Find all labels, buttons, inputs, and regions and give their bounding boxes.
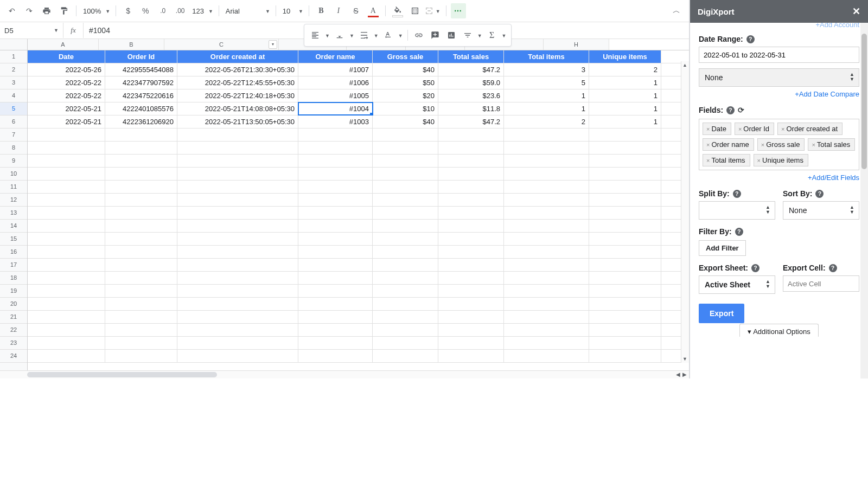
increase-decimal-icon[interactable]: .00: [173, 3, 188, 18]
cell[interactable]: [298, 168, 373, 180]
cell[interactable]: [177, 259, 298, 271]
cell[interactable]: [28, 298, 105, 310]
cell[interactable]: $20: [373, 89, 438, 102]
cell[interactable]: [438, 298, 504, 310]
grid-body[interactable]: 123456789101112131415161718192021222324 …: [0, 50, 689, 370]
cell[interactable]: [28, 129, 105, 141]
cell[interactable]: #1006: [298, 76, 373, 89]
field-chip[interactable]: ×Unique items: [754, 154, 808, 166]
cell[interactable]: [28, 233, 105, 245]
horizontal-scrollbar[interactable]: ◀▶: [0, 370, 689, 378]
cell[interactable]: [504, 194, 589, 206]
column-header-C[interactable]: C▾: [164, 39, 279, 50]
cell[interactable]: [373, 246, 438, 258]
name-box[interactable]: D5 ▼: [0, 23, 63, 38]
cell[interactable]: [589, 259, 661, 271]
cell[interactable]: [589, 155, 661, 167]
cell[interactable]: [105, 207, 177, 219]
cell[interactable]: [177, 168, 298, 180]
insert-comment-icon[interactable]: [427, 28, 443, 43]
cell[interactable]: [438, 350, 504, 362]
cell[interactable]: 2022-05-22: [28, 89, 105, 102]
help-icon[interactable]: ?: [751, 264, 760, 272]
cell[interactable]: [438, 337, 504, 349]
cell[interactable]: [28, 324, 105, 336]
column-header-A[interactable]: A: [28, 39, 99, 50]
percent-icon[interactable]: %: [138, 3, 153, 18]
cell[interactable]: [504, 259, 589, 271]
cell[interactable]: [373, 311, 438, 323]
split-by-select[interactable]: ▲▼: [699, 201, 775, 220]
row-header[interactable]: 15: [0, 233, 27, 246]
cell[interactable]: [177, 155, 298, 167]
cell[interactable]: [438, 324, 504, 336]
cell[interactable]: [589, 337, 661, 349]
cell[interactable]: [28, 207, 105, 219]
cell[interactable]: 2022-05-22: [28, 76, 105, 89]
text-color-icon[interactable]: A: [366, 3, 381, 18]
cell[interactable]: $59.0: [438, 76, 504, 89]
help-icon[interactable]: ?: [829, 264, 837, 272]
cell[interactable]: 2022-05-21T14:08:08+05:30: [177, 102, 298, 115]
header-cell[interactable]: Order Id: [105, 50, 177, 63]
remove-chip-icon[interactable]: ×: [812, 142, 815, 148]
cell[interactable]: [298, 181, 373, 193]
header-cell[interactable]: Date: [28, 50, 105, 63]
cell[interactable]: [589, 168, 661, 180]
font-size-dropdown[interactable]: 10▼: [280, 7, 304, 15]
cell[interactable]: [298, 233, 373, 245]
cell[interactable]: [504, 233, 589, 245]
cell[interactable]: [105, 155, 177, 167]
date-range-input[interactable]: [699, 47, 859, 63]
cell[interactable]: [28, 168, 105, 180]
export-button[interactable]: Export: [699, 304, 744, 323]
cell[interactable]: [504, 350, 589, 362]
row-header[interactable]: 19: [0, 285, 27, 298]
cell[interactable]: [504, 142, 589, 154]
cell[interactable]: [298, 324, 373, 336]
row-header[interactable]: 12: [0, 194, 27, 207]
cell[interactable]: [28, 272, 105, 284]
cell[interactable]: [177, 285, 298, 297]
cell[interactable]: [177, 272, 298, 284]
cell[interactable]: [589, 298, 661, 310]
cell[interactable]: [438, 142, 504, 154]
cell[interactable]: [105, 311, 177, 323]
cell[interactable]: [504, 246, 589, 258]
row-header[interactable]: 3: [0, 76, 27, 89]
cell[interactable]: 1: [589, 102, 661, 115]
cell[interactable]: 2: [589, 63, 661, 76]
cell[interactable]: [589, 311, 661, 323]
cell[interactable]: 4222361206920: [105, 115, 177, 128]
cell[interactable]: [438, 168, 504, 180]
cell[interactable]: [504, 181, 589, 193]
cell[interactable]: [504, 324, 589, 336]
cell[interactable]: [438, 311, 504, 323]
field-chip[interactable]: ×Gross sale: [757, 138, 805, 151]
cell[interactable]: [298, 285, 373, 297]
cell[interactable]: 2022-05-26T21:30:30+05:30: [177, 63, 298, 76]
cell[interactable]: [589, 220, 661, 232]
cell[interactable]: [373, 233, 438, 245]
cell[interactable]: #1003: [298, 115, 373, 128]
cell[interactable]: [177, 233, 298, 245]
remove-chip-icon[interactable]: ×: [738, 126, 742, 132]
cell[interactable]: [105, 233, 177, 245]
cell[interactable]: [177, 129, 298, 141]
cell[interactable]: [589, 324, 661, 336]
add-edit-fields-link[interactable]: +Add/Edit Fields: [699, 174, 859, 182]
cell[interactable]: [373, 181, 438, 193]
cell[interactable]: [177, 298, 298, 310]
remove-chip-icon[interactable]: ×: [757, 157, 761, 164]
row-header[interactable]: 18: [0, 272, 27, 285]
chevron-down-icon[interactable]: ▾: [269, 40, 277, 49]
decrease-decimal-icon[interactable]: .0: [155, 3, 170, 18]
cell[interactable]: [373, 272, 438, 284]
cell[interactable]: [28, 337, 105, 349]
cell[interactable]: [28, 259, 105, 271]
cell[interactable]: [373, 285, 438, 297]
cell[interactable]: [298, 246, 373, 258]
cell[interactable]: [28, 246, 105, 258]
cell[interactable]: 2022-05-21: [28, 102, 105, 115]
row-header[interactable]: 7: [0, 129, 27, 142]
